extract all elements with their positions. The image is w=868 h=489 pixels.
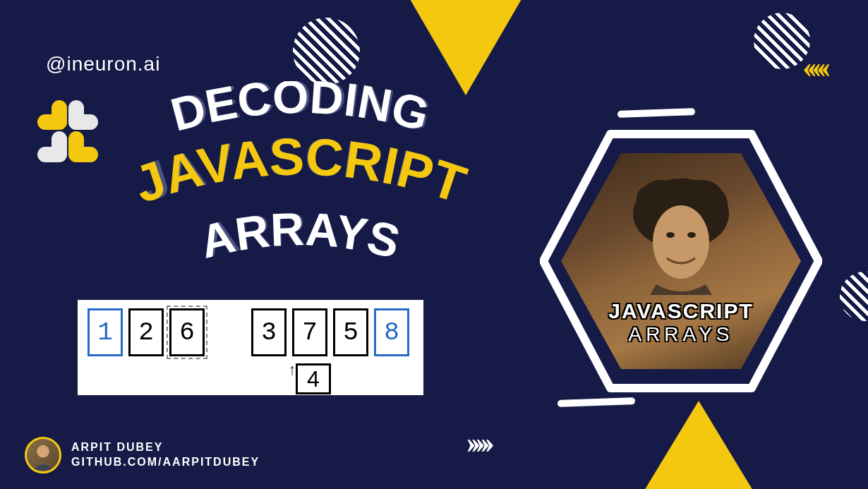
hash-icon xyxy=(32,106,99,173)
array-cell: 8 xyxy=(374,308,409,356)
meme-hexagon: JAVASCRIPT ARRAYS xyxy=(540,120,822,402)
array-cell: 3 xyxy=(251,308,287,356)
svg-text:ARRAYS: ARRAYS xyxy=(195,203,405,268)
array-cell: 2 xyxy=(128,308,164,356)
author-block: ARPIT DUBEY GITHUB.COM/AARPITDUBEY xyxy=(25,437,260,473)
array-insert-cell: 4 xyxy=(296,363,331,394)
author-avatar xyxy=(25,437,61,473)
meme-text-line2: ARRAYS xyxy=(628,323,733,346)
social-handle: @ineuron.ai xyxy=(46,53,160,76)
chevron-right-icon: ››››› xyxy=(466,425,489,461)
striped-circle-decor xyxy=(840,272,868,321)
svg-point-11 xyxy=(37,445,49,458)
meme-text-line1: JAVASCRIPT xyxy=(608,299,754,323)
array-cell-active: 6 xyxy=(169,308,205,356)
array-diagram: 1 2 6 3 7 5 8 ↑ 4 xyxy=(78,300,423,395)
array-cell: 5 xyxy=(333,308,368,356)
main-title: DECODING DECODING JAVASCRIPT JAVASCRIPT … xyxy=(102,81,498,303)
accent-line xyxy=(617,108,695,118)
author-link: GITHUB.COM/AARPITDUBEY xyxy=(71,455,260,470)
arrow-up-icon: ↑ xyxy=(289,361,296,379)
array-cell: 1 xyxy=(88,308,123,356)
author-name: ARPIT DUBEY xyxy=(71,440,260,455)
array-cell: 7 xyxy=(292,308,327,356)
striped-circle-decor xyxy=(293,18,360,85)
chevron-left-icon: ‹‹‹‹‹ xyxy=(802,49,826,85)
triangle-decor-bottom xyxy=(628,401,769,489)
